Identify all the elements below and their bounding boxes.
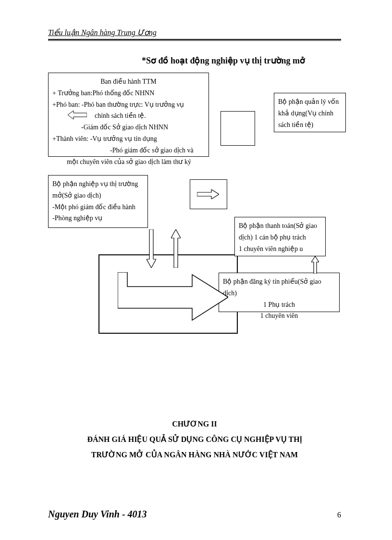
footer-page-number: 6: [337, 511, 341, 519]
text: 1 Phụ trách: [223, 299, 335, 311]
box-operations: Bộ phận nghiệp vụ thị trường mở(Sở giao …: [48, 175, 148, 228]
text: + Trưởng ban:Phó thống đốc NHNN: [52, 88, 205, 99]
svg-marker-5: [118, 272, 228, 320]
text: Bộ phận nghiệp vụ thị trường mở(Sở giao …: [52, 178, 144, 201]
text: Bộ phận đăng ký tín phiếu(Sở giao dịch): [223, 276, 335, 299]
text: -Một phó giám đốc điều hành: [52, 201, 144, 213]
text: một chuyên viên của sở giao dịch làm thư…: [52, 156, 205, 168]
svg-marker-4: [311, 256, 319, 274]
box-capital-mgmt: Bộ phận quản lý vốn khả dụng(Vụ chính sá…: [274, 93, 346, 132]
chapter-number: CHƯƠNG II: [48, 416, 341, 432]
text: -Phó giám đốc sở giao dịch và: [52, 145, 205, 156]
diagram-title: *Sơ đồ hoạt động nghiệp vụ thị trường mở: [48, 55, 341, 66]
svg-marker-2: [147, 229, 156, 268]
running-header: Tiểu luận Ngân hàng Trung Ương: [48, 28, 341, 38]
svg-marker-0: [68, 111, 87, 119]
text: -Giám đốc Sở giao dịch NHNN: [52, 122, 205, 133]
arrow-down-icon: [147, 229, 156, 268]
text: 1 chuyên viên: [223, 310, 335, 322]
arrow-left-icon: [68, 111, 87, 119]
text: Bộ phận thanh toán(Sở giao dịch) 1 cán b…: [239, 220, 321, 243]
big-right-arrow-icon: [118, 272, 228, 323]
svg-marker-3: [171, 229, 181, 268]
text: +Thành viên: -Vụ trưởng vụ tín dụng: [52, 133, 205, 145]
text: Ban điều hành TTM: [52, 76, 205, 88]
svg-marker-1: [197, 189, 219, 199]
chapter-title-line2: TRƯỜNG MỞ CỦA NGÂN HÀNG NHÀ NƯỚC VIỆT NA…: [48, 447, 341, 463]
chapter-title-line1: ĐÁNH GIÁ HIỆU QUẢ SỬ DỤNG CÔNG CỤ NGHIỆP…: [48, 432, 341, 447]
box-arrow-holder: [190, 179, 227, 209]
box-payment: Bộ phận thanh toán(Sở giao dịch) 1 cán b…: [234, 217, 326, 256]
page-footer: Nguyen Duy Vinh - 4013 6: [48, 509, 341, 520]
arrow-up-small-icon: [311, 256, 319, 274]
arrow-up-icon: [171, 229, 181, 268]
text: 1 chuyên viên nghiệp u: [239, 243, 321, 255]
box-steering-committee: Ban điều hành TTM + Trưởng ban:Phó thống…: [48, 73, 209, 157]
diagram-container: Ban điều hành TTM + Trưởng ban:Phó thống…: [48, 73, 341, 371]
box-registration: Bộ phận đăng ký tín phiếu(Sở giao dịch) …: [219, 273, 340, 312]
header-rule: [48, 39, 341, 41]
chapter-heading: CHƯƠNG II ĐÁNH GIÁ HIỆU QUẢ SỬ DỤNG CÔNG…: [48, 416, 341, 463]
text: Bộ phận quản lý vốn khả dụng(Vụ chính sá…: [278, 98, 339, 128]
footer-author: Nguyen Duy Vinh - 4013: [48, 509, 147, 520]
box-empty-square: [220, 111, 255, 146]
arrow-right-icon: [197, 189, 219, 199]
text: -Phòng nghiệp vụ: [52, 213, 144, 224]
text: +Phó ban: -Phó ban thường trực: Vụ trưởn…: [52, 99, 205, 111]
